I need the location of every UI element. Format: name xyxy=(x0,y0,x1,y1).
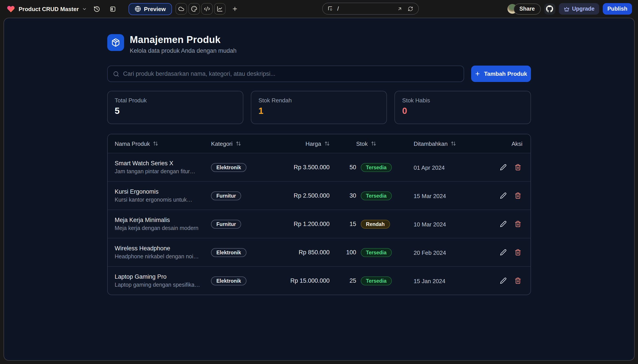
product-table: Nama Produk Kategori Harga Stok xyxy=(107,134,531,295)
table-row: Wireless Headphone Headphone nirkabel de… xyxy=(108,238,530,266)
column-header-stock[interactable]: Stok xyxy=(331,140,406,147)
page-title: Manajemen Produk xyxy=(130,34,237,46)
product-description: Laptop gaming dengan spesifika… xyxy=(115,282,211,288)
stat-label: Stok Habis xyxy=(402,97,524,104)
edit-icon xyxy=(500,249,506,256)
theme-button[interactable] xyxy=(188,3,200,14)
edit-button[interactable] xyxy=(498,248,508,257)
product-description: Kursi kantor ergonomis untuk… xyxy=(115,197,211,203)
panel-toggle-button[interactable] xyxy=(107,3,119,14)
edit-button[interactable] xyxy=(498,162,508,172)
package-icon xyxy=(107,34,124,51)
date-added: 15 Jan 2024 xyxy=(414,278,446,284)
code-button[interactable] xyxy=(201,3,213,14)
delete-button[interactable] xyxy=(513,191,522,200)
history-icon xyxy=(94,6,100,12)
stat-value: 0 xyxy=(402,106,524,116)
url-bar[interactable]: 0 / xyxy=(322,3,419,14)
chevron-down-icon xyxy=(82,6,87,11)
search-icon xyxy=(113,71,119,77)
stock-count: 30 xyxy=(331,192,356,199)
search-row: Tambah Produk xyxy=(107,66,531,82)
table-header: Nama Produk Kategori Harga Stok xyxy=(108,134,530,153)
column-header-category[interactable]: Kategori xyxy=(211,140,273,147)
preview-button[interactable]: Preview xyxy=(128,3,172,15)
search-input[interactable] xyxy=(123,70,458,77)
date-added: 10 Mar 2024 xyxy=(414,221,446,228)
panel-left-icon xyxy=(110,6,116,12)
stats-row: Total Produk 5 Stok Rendah 1 Stok Habis … xyxy=(107,91,531,124)
product-price: Rp 3.500.000 xyxy=(294,164,330,170)
category-badge: Furnitur xyxy=(211,220,241,228)
refresh-button[interactable] xyxy=(407,5,414,12)
column-header-date[interactable]: Ditambahkan xyxy=(407,140,471,147)
edit-icon xyxy=(500,192,506,199)
product-name: Laptop Gaming Pro xyxy=(115,274,211,280)
upgrade-button[interactable]: Upgrade xyxy=(559,3,599,14)
delete-icon xyxy=(514,192,521,199)
github-button[interactable] xyxy=(544,3,555,14)
add-tab-button[interactable] xyxy=(230,4,240,14)
sort-icon xyxy=(324,141,330,146)
status-badge: Tersedia xyxy=(360,276,392,285)
project-menu[interactable]: Product CRUD Master xyxy=(18,6,87,12)
add-product-button[interactable]: Tambah Produk xyxy=(471,66,531,82)
product-description: Headphone nirkabel dengan noi… xyxy=(115,254,211,260)
cloud-button[interactable] xyxy=(176,3,187,14)
analytics-button[interactable] xyxy=(214,3,226,14)
search-box[interactable] xyxy=(107,66,464,82)
add-product-label: Tambah Produk xyxy=(484,70,527,77)
delete-icon xyxy=(514,278,521,284)
sort-icon xyxy=(236,141,241,146)
edit-button[interactable] xyxy=(498,276,508,285)
page-header: Manajemen Produk Kelola data produk Anda… xyxy=(107,34,531,54)
delete-icon xyxy=(514,164,521,170)
url-path[interactable]: / xyxy=(337,6,393,12)
refresh-icon xyxy=(408,6,413,11)
status-badge: Rendah xyxy=(360,220,390,228)
category-badge: Elektronik xyxy=(211,248,246,257)
open-external-button[interactable] xyxy=(396,5,403,12)
github-icon xyxy=(546,5,553,12)
delete-icon xyxy=(514,221,521,227)
product-name: Wireless Headphone xyxy=(115,245,211,252)
stat-label: Stok Rendah xyxy=(258,97,380,104)
svg-text:0: 0 xyxy=(330,8,332,11)
crown-icon xyxy=(564,6,569,12)
product-price: Rp 1.200.000 xyxy=(294,221,330,227)
product-description: Jam tangan pintar dengan fitur… xyxy=(115,168,211,174)
column-header-name[interactable]: Nama Produk xyxy=(108,140,211,147)
project-name: Product CRUD Master xyxy=(18,6,79,12)
date-added: 20 Feb 2024 xyxy=(414,249,446,256)
plus-icon xyxy=(232,6,238,12)
history-button[interactable] xyxy=(91,3,103,14)
stat-label: Total Produk xyxy=(115,97,236,104)
delete-button[interactable] xyxy=(513,162,522,172)
upgrade-label: Upgrade xyxy=(572,6,594,12)
cloud-icon xyxy=(178,6,184,12)
publish-button[interactable]: Publish xyxy=(603,3,632,14)
product-price: Rp 15.000.000 xyxy=(290,278,330,284)
delete-button[interactable] xyxy=(513,248,522,257)
edit-button[interactable] xyxy=(498,191,508,200)
chart-icon xyxy=(217,6,223,12)
stat-value: 1 xyxy=(258,106,380,116)
lovable-logo-icon[interactable] xyxy=(6,4,15,13)
table-row: Laptop Gaming Pro Laptop gaming dengan s… xyxy=(108,266,530,295)
delete-button[interactable] xyxy=(513,219,522,229)
column-header-actions: Aksi xyxy=(471,140,530,147)
edit-button[interactable] xyxy=(498,219,508,229)
stat-value: 5 xyxy=(115,106,236,116)
editor-topbar: Product CRUD Master Pre xyxy=(0,0,638,18)
column-header-price[interactable]: Harga xyxy=(273,140,331,147)
category-badge: Elektronik xyxy=(211,276,246,285)
topbar-right-group: Share Upgrade Publish xyxy=(508,3,632,14)
plus-icon xyxy=(475,71,480,77)
share-button[interactable]: Share xyxy=(514,3,541,14)
stat-card-out-of-stock: Stok Habis 0 xyxy=(395,91,531,124)
sort-icon xyxy=(451,141,456,146)
edit-icon xyxy=(500,221,506,227)
palette-icon xyxy=(191,6,197,12)
pages-icon: 0 xyxy=(327,5,334,12)
delete-button[interactable] xyxy=(513,276,522,285)
